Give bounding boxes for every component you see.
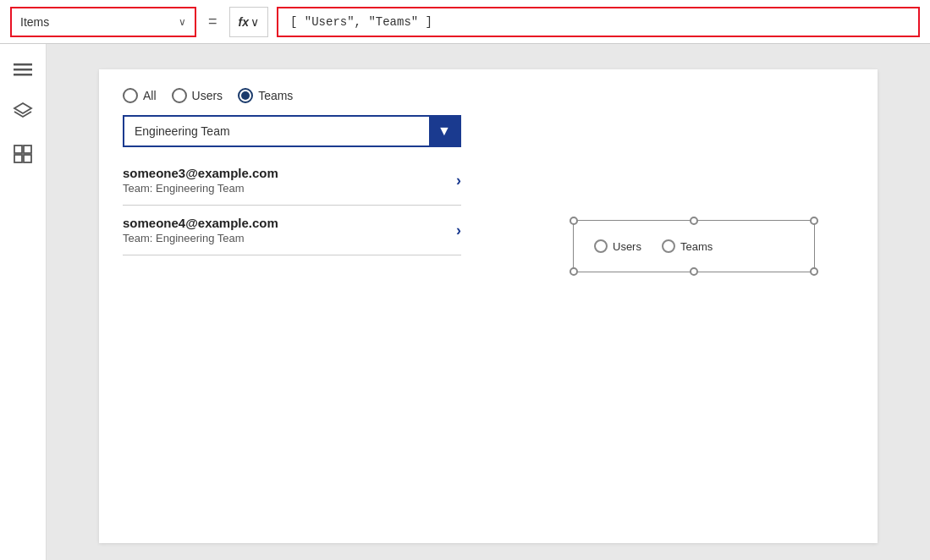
fx-chevron-icon: ∨ [250, 15, 259, 29]
list-container: someone3@example.com Team: Engineering T… [123, 156, 461, 255]
sidebar-icon-grid[interactable] [9, 140, 36, 167]
svg-rect-4 [14, 145, 22, 153]
sidebar-icon-menu[interactable] [9, 56, 36, 83]
fx-label: fx [239, 15, 249, 29]
handle-tl[interactable] [570, 217, 578, 225]
fx-button[interactable]: fx ∨ [229, 7, 268, 37]
handle-bl[interactable] [570, 267, 578, 276]
svg-rect-7 [24, 155, 31, 162]
handle-tc[interactable] [690, 217, 698, 225]
handle-tr[interactable] [810, 217, 818, 225]
svg-marker-3 [14, 103, 31, 113]
list-item-email-1: someone3@example.com [123, 166, 278, 180]
radio-teams-circle [238, 88, 253, 103]
handle-bc[interactable] [690, 267, 698, 276]
canvas-panel: All Users Teams Engineering Team ▼ [99, 69, 878, 543]
widget-radio-users-label: Users [613, 240, 641, 253]
toolbar: Items ∨ = fx ∨ [ "Users", "Teams" ] [0, 0, 930, 44]
svg-rect-5 [24, 145, 31, 153]
handle-br[interactable] [810, 267, 818, 276]
widget-radio-teams-circle [662, 239, 675, 253]
radio-users-circle [172, 88, 187, 103]
formula-text: [ "Users", "Teams" ] [290, 15, 432, 29]
formula-bar[interactable]: [ "Users", "Teams" ] [277, 7, 920, 37]
radio-teams[interactable]: Teams [238, 88, 293, 103]
svg-rect-1 [14, 69, 32, 71]
radio-users[interactable]: Users [172, 88, 223, 103]
grid-icon [14, 145, 32, 163]
hamburger-icon [14, 60, 32, 79]
team-dropdown[interactable]: Engineering Team ▼ [123, 115, 461, 147]
widget-radio-group: Users Teams [574, 239, 814, 253]
list-item-chevron-1: › [456, 172, 461, 189]
canvas-area: All Users Teams Engineering Team ▼ [47, 44, 930, 560]
items-dropdown-label: Items [20, 15, 49, 29]
radio-teams-label: Teams [258, 89, 293, 102]
team-dropdown-label: Engineering Team [124, 117, 429, 145]
svg-rect-0 [14, 63, 32, 66]
radio-users-label: Users [192, 89, 223, 102]
widget-radio-users[interactable]: Users [594, 239, 641, 253]
dropdown-chevron-icon: ▼ [437, 124, 451, 139]
radio-all[interactable]: All [123, 88, 157, 103]
list-item-content-1: someone3@example.com Team: Engineering T… [123, 166, 278, 195]
svg-rect-6 [14, 155, 22, 162]
list-item-team-1: Team: Engineering Team [123, 182, 278, 195]
radio-all-label: All [143, 89, 157, 102]
widget-radio-teams-label: Teams [680, 240, 713, 253]
sidebar-icon-layers[interactable] [9, 98, 36, 125]
team-dropdown-button[interactable]: ▼ [429, 117, 459, 145]
svg-rect-2 [14, 74, 32, 76]
list-item-content-2: someone4@example.com Team: Engineering T… [123, 216, 278, 244]
items-dropdown[interactable]: Items ∨ [10, 7, 196, 37]
widget-radio-users-circle [594, 239, 608, 253]
radio-group: All Users Teams [99, 69, 878, 115]
list-item[interactable]: someone4@example.com Team: Engineering T… [123, 206, 461, 255]
list-item-email-2: someone4@example.com [123, 216, 278, 230]
list-item-team-2: Team: Engineering Team [123, 232, 278, 244]
sidebar [0, 44, 47, 560]
list-item-chevron-2: › [456, 222, 461, 239]
selection-widget: Users Teams [573, 220, 815, 272]
radio-all-circle [123, 88, 138, 103]
list-item[interactable]: someone3@example.com Team: Engineering T… [123, 156, 461, 206]
chevron-down-icon: ∨ [179, 16, 186, 28]
equals-sign: = [205, 13, 221, 30]
widget-radio-teams[interactable]: Teams [662, 239, 713, 253]
layers-icon [13, 102, 33, 122]
